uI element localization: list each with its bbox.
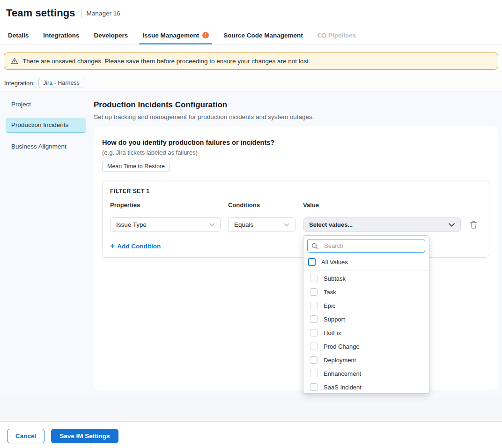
save-im-settings-button[interactable]: Save IM Settings [51,429,118,443]
column-label-properties: Properties [110,202,221,209]
option-prod-change[interactable]: Prod Change [303,340,429,353]
text-caret [321,242,321,249]
checkbox[interactable] [310,288,317,296]
column-label-value: Value [303,202,461,209]
tab-integrations[interactable]: Integrations [43,26,79,44]
chevron-down-icon [449,223,455,227]
main-pane: Production Incidents Configuration Set u… [86,91,502,398]
delete-condition-button[interactable] [468,220,479,230]
team-name-label: Manager 16 [87,10,120,17]
integration-chip[interactable]: Jira - Harness [38,78,84,88]
option-deployment[interactable]: Deployment [303,353,429,367]
banner-text: There are unsaved changes. Please save t… [22,58,310,65]
checkbox[interactable] [310,315,317,323]
option-hotfix[interactable]: HotFix [303,326,429,340]
upper-zone: There are unsaved changes. Please save t… [0,52,502,91]
filter-column-headers: Properties Conditions Value [110,202,481,209]
config-card: How do you identify production failures … [94,127,498,390]
question-heading: How do you identify production failures … [102,139,489,146]
unsaved-changes-banner: There are unsaved changes. Please save t… [4,52,498,70]
checkbox[interactable] [310,370,317,377]
sidebar-item-project[interactable]: Project [6,97,86,112]
warning-icon [11,58,18,65]
properties-select[interactable]: Issue Type [110,217,221,232]
checkbox[interactable] [310,343,317,350]
option-enhancement[interactable]: Enhancement [303,367,429,381]
checkbox[interactable] [310,383,317,391]
filter-set-title: FILTER SET 1 [110,188,481,194]
search-input[interactable]: Search [307,239,425,253]
tab-developers[interactable]: Developers [94,26,128,44]
tab-bar: Details Integrations Developers Issue Ma… [0,26,502,45]
option-task[interactable]: Task [303,285,429,299]
tab-issue-management[interactable]: Issue Management ! [142,26,209,44]
integration-label: Integration: [4,80,35,87]
checkbox[interactable] [310,356,317,364]
checkbox[interactable] [310,329,317,336]
question-hint: (e.g. Jira tickets labeled as failures) [102,149,489,156]
option-epic[interactable]: Epic [303,299,429,313]
alert-badge: ! [202,32,209,38]
search-placeholder: Search [324,242,343,249]
checkbox[interactable] [308,258,316,266]
integration-row: Integration: Jira - Harness [4,78,502,88]
value-dropdown-panel[interactable]: Search All Values Subtask [303,235,429,394]
tab-details[interactable]: Details [8,26,29,44]
option-all-values[interactable]: All Values [303,255,429,270]
section-title: Production Incidents Configuration [94,100,498,110]
add-condition-button[interactable]: + Add Condition [110,242,161,250]
plus-icon: + [110,242,114,250]
value-select[interactable]: Select values... [303,217,461,232]
chevron-down-icon [209,223,214,226]
conditions-select[interactable]: Equals [228,217,295,232]
settings-side-nav: Project Production Incidents Business Al… [0,91,86,398]
option-support[interactable]: Support [303,313,429,326]
tab-cd-pipelines: CD Pipelines [317,26,356,44]
chevron-down-icon [284,223,289,226]
value-select-wrapper: Select values... [303,217,461,232]
checkbox[interactable] [310,275,317,282]
trash-icon [470,221,477,229]
page-header: Team settings Manager 16 [0,0,502,26]
section-subtitle: Set up tracking and management for produ… [94,113,498,120]
title-divider [81,8,81,18]
sidebar-item-production-incidents[interactable]: Production Incidents [6,118,86,133]
column-label-conditions: Conditions [228,202,295,209]
option-saas-incident[interactable]: SaaS Incident [303,381,429,394]
tab-source-code-management[interactable]: Source Code Management [223,26,303,44]
option-subtask[interactable]: Subtask [303,272,429,285]
search-icon [311,243,318,249]
checkbox[interactable] [310,302,317,309]
settings-area: Project Production Incidents Business Al… [0,91,502,398]
page-title: Team settings [6,7,75,19]
footer-bar: Cancel Save IM Settings [0,421,502,448]
filter-set-1: FILTER SET 1 Properties Conditions Value… [102,180,489,258]
cancel-button[interactable]: Cancel [7,429,44,443]
filter-condition-row: Issue Type Equals Select values.. [110,217,481,232]
lower-spacer [0,398,502,421]
sidebar-item-business-alignment[interactable]: Business Alignment [6,139,86,154]
metric-chip: Mean Time to Restore [102,161,170,172]
